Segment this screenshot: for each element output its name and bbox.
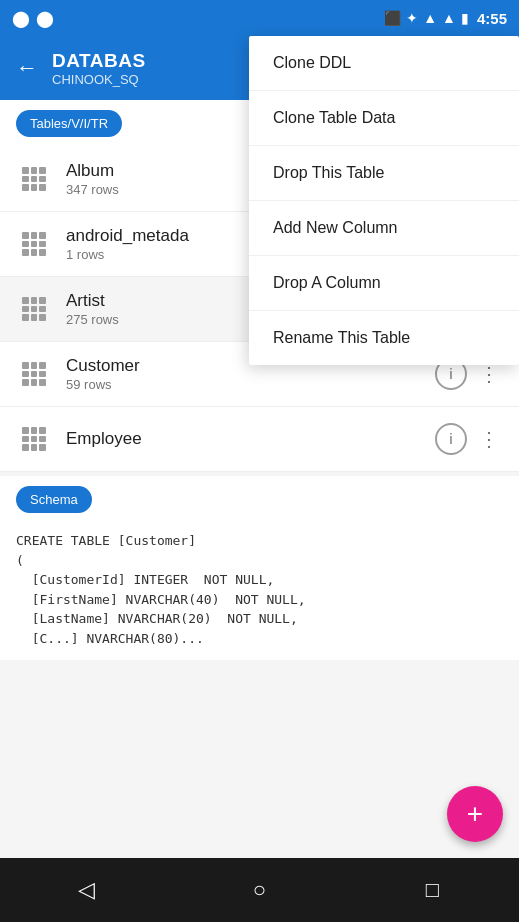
context-menu-item-drop-this-table[interactable]: Drop This Table bbox=[249, 146, 519, 201]
table-row-employee[interactable]: Employee i ⋮ bbox=[0, 407, 519, 472]
android-icons: ⬤ ⬤ bbox=[12, 9, 54, 28]
table-info-employee: Employee bbox=[66, 429, 435, 450]
context-menu: Clone DDL Clone Table Data Drop This Tab… bbox=[249, 36, 519, 365]
schema-section: Schema CREATE TABLE [Customer]( [Custome… bbox=[0, 476, 519, 660]
table-name-employee: Employee bbox=[66, 429, 435, 449]
nav-home-button[interactable]: ○ bbox=[236, 866, 284, 914]
context-menu-item-add-new-column[interactable]: Add New Column bbox=[249, 201, 519, 256]
table-icon-artist bbox=[16, 291, 52, 327]
status-bar: ⬤ ⬤ ⬛ ✦ ▲ ▲ ▮ 4:55 bbox=[0, 0, 519, 36]
schema-chip[interactable]: Schema bbox=[16, 486, 92, 513]
android-icon-2: ⬤ bbox=[36, 9, 54, 28]
header-text: DATABAS CHINOOK_SQ bbox=[52, 50, 146, 87]
battery-icon: ▮ bbox=[461, 10, 469, 26]
bottom-nav: ◁ ○ □ bbox=[0, 858, 519, 922]
table-icon-customer bbox=[16, 356, 52, 392]
nav-back-button[interactable]: ◁ bbox=[63, 866, 111, 914]
table-rows-customer: 59 rows bbox=[66, 377, 435, 392]
header-title: DATABAS bbox=[52, 50, 146, 72]
schema-code-text: CREATE TABLE [Customer]( [CustomerId] IN… bbox=[16, 533, 306, 646]
nav-recent-button[interactable]: □ bbox=[409, 866, 457, 914]
grid-icon bbox=[22, 362, 46, 386]
context-menu-item-clone-table-data[interactable]: Clone Table Data bbox=[249, 91, 519, 146]
back-button[interactable]: ← bbox=[16, 55, 38, 81]
grid-icon bbox=[22, 297, 46, 321]
grid-icon bbox=[22, 167, 46, 191]
schema-header: Schema bbox=[0, 476, 519, 523]
status-time: 4:55 bbox=[477, 10, 507, 27]
info-button-employee[interactable]: i bbox=[435, 423, 467, 455]
filter-chip-tables[interactable]: Tables/V/I/TR bbox=[16, 110, 122, 137]
wifi-icon: ▲ bbox=[423, 10, 437, 26]
table-icon-album bbox=[16, 161, 52, 197]
context-menu-item-clone-ddl[interactable]: Clone DDL bbox=[249, 36, 519, 91]
more-button-employee[interactable]: ⋮ bbox=[475, 423, 503, 455]
fab-button[interactable]: + bbox=[447, 786, 503, 842]
schema-code: CREATE TABLE [Customer]( [CustomerId] IN… bbox=[0, 523, 519, 660]
table-icon-android bbox=[16, 226, 52, 262]
context-menu-item-rename-this-table[interactable]: Rename This Table bbox=[249, 311, 519, 365]
signal-icon: ▲ bbox=[442, 10, 456, 26]
table-icon-employee bbox=[16, 421, 52, 457]
context-menu-item-drop-a-column[interactable]: Drop A Column bbox=[249, 256, 519, 311]
bluetooth-icon: ✦ bbox=[406, 10, 418, 26]
android-icon-1: ⬤ bbox=[12, 9, 30, 28]
grid-icon bbox=[22, 427, 46, 451]
header-subtitle: CHINOOK_SQ bbox=[52, 72, 146, 87]
cast-icon: ⬛ bbox=[384, 10, 401, 26]
status-icons: ⬛ ✦ ▲ ▲ ▮ bbox=[384, 10, 469, 26]
grid-icon bbox=[22, 232, 46, 256]
table-actions-employee: i ⋮ bbox=[435, 423, 503, 455]
